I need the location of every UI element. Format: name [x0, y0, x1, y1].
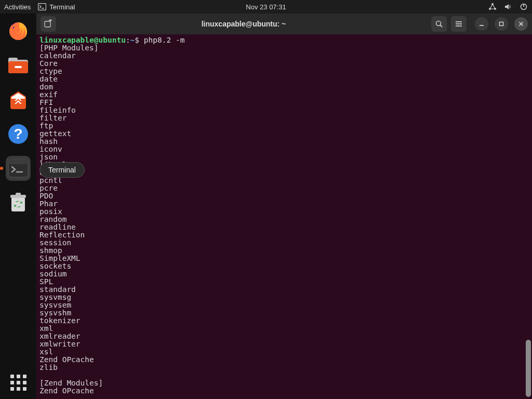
svg-rect-20	[45, 21, 50, 27]
dock-tooltip: Terminal	[39, 162, 85, 178]
output-line: Zend OPcache	[39, 356, 529, 364]
show-applications[interactable]	[9, 373, 28, 392]
new-tab-icon	[44, 19, 53, 29]
svg-rect-17	[11, 197, 25, 211]
output-line: xml	[39, 325, 529, 332]
terminal-icon	[38, 3, 46, 10]
svg-point-23	[436, 21, 441, 26]
close-icon	[518, 21, 524, 27]
svg-rect-0	[38, 4, 46, 10]
dock-software[interactable]	[6, 87, 31, 112]
output-line: calendar	[39, 52, 529, 60]
search-button[interactable]	[431, 16, 447, 32]
search-icon	[435, 20, 443, 28]
output-line: Phar	[39, 200, 529, 208]
output-line: [PHP Modules]	[39, 44, 529, 52]
output-line: json	[39, 153, 529, 161]
dock-help[interactable]: ?	[6, 122, 31, 147]
dock: ?	[0, 14, 36, 399]
output-line: exif	[39, 91, 529, 99]
output-line: iconv	[39, 145, 529, 153]
output-line: date	[39, 75, 529, 83]
dock-terminal[interactable]	[6, 156, 31, 181]
output-line: Core	[39, 60, 529, 68]
output-line: pcre	[39, 184, 529, 192]
output-line: pcntl	[39, 177, 529, 184]
terminal-window: linuxcapable@ubuntu: ~ linuxcapable@ubun…	[36, 14, 532, 399]
output-line: zlib	[39, 364, 529, 371]
output-line: sysvshm	[39, 309, 529, 317]
output-line: filter	[39, 114, 529, 122]
output-line: SimpleXML	[39, 255, 529, 262]
window-maximize[interactable]	[495, 17, 508, 31]
output-line: readline	[39, 223, 529, 231]
files-icon	[7, 56, 29, 75]
activities-button[interactable]: Activities	[4, 3, 31, 11]
output-line: standard	[39, 286, 529, 294]
output-line: openssl	[39, 169, 529, 177]
dock-trash[interactable]	[6, 190, 31, 215]
software-icon	[7, 89, 29, 110]
window-titlebar: linuxcapable@ubuntu: ~	[36, 14, 532, 34]
power-icon[interactable]	[520, 3, 528, 11]
output-line: Reflection	[39, 231, 529, 239]
volume-icon[interactable]	[504, 3, 512, 11]
scrollbar-thumb[interactable]	[526, 340, 531, 397]
output-line: sysvmsg	[39, 294, 529, 301]
topbar-app-label: Terminal	[49, 3, 75, 11]
topbar-app-indicator[interactable]: Terminal	[38, 3, 75, 11]
output-line: libxml	[39, 161, 529, 169]
prompt-command: php8.2 -m	[144, 36, 185, 44]
output-line: posix	[39, 208, 529, 216]
output-line: dom	[39, 83, 529, 91]
svg-rect-15	[8, 159, 28, 164]
output-line: shmop	[39, 247, 529, 255]
top-bar: Activities Terminal Nov 23 07:31	[0, 0, 532, 14]
menu-button[interactable]	[451, 16, 467, 32]
trash-icon	[8, 192, 28, 214]
output-line: session	[39, 239, 529, 247]
output-line: Zend OPcache	[39, 387, 529, 395]
maximize-icon	[498, 21, 504, 27]
output-line: SPL	[39, 278, 529, 286]
output-line: tokenizer	[39, 317, 529, 325]
running-indicator	[0, 167, 3, 170]
output-line	[39, 371, 529, 379]
svg-rect-11	[15, 66, 22, 68]
dock-firefox[interactable]	[6, 19, 31, 44]
output-line: sodium	[39, 270, 529, 278]
svg-text:?: ?	[14, 126, 22, 142]
network-icon[interactable]	[488, 3, 497, 11]
output-line: random	[39, 216, 529, 223]
prompt-user-host: linuxcapable@ubuntu	[39, 36, 126, 44]
output-line: hash	[39, 138, 529, 145]
terminal-output: [PHP Modules]calendarCorectypedatedomexi…	[39, 44, 529, 395]
output-line: xmlwriter	[39, 340, 529, 348]
output-line: xmlreader	[39, 332, 529, 340]
output-line: ftp	[39, 122, 529, 130]
help-icon: ?	[7, 123, 29, 145]
output-line: sockets	[39, 262, 529, 270]
new-tab-button[interactable]	[41, 16, 56, 32]
topbar-clock[interactable]: Nov 23 07:31	[246, 3, 286, 11]
output-line: PDO	[39, 192, 529, 200]
minimize-icon	[478, 21, 485, 27]
window-minimize[interactable]	[475, 17, 488, 31]
dock-files[interactable]	[6, 53, 31, 78]
firefox-icon	[8, 21, 29, 42]
output-line: FFI	[39, 99, 529, 107]
window-close[interactable]	[514, 17, 528, 31]
window-title: linuxcapable@ubuntu: ~	[60, 20, 427, 28]
svg-rect-29	[500, 22, 503, 26]
output-line: gettext	[39, 130, 529, 138]
terminal-body[interactable]: linuxcapable@ubuntu:~$ php8.2 -m [PHP Mo…	[36, 34, 532, 399]
svg-rect-19	[16, 193, 21, 195]
svg-line-24	[441, 25, 443, 28]
terminal-app-icon	[8, 159, 29, 178]
output-line: [Zend Modules]	[39, 379, 529, 387]
output-line: fileinfo	[39, 107, 529, 114]
hamburger-icon	[455, 20, 463, 28]
prompt-line: linuxcapable@ubuntu:~$ php8.2 -m	[39, 36, 529, 44]
output-line: xsl	[39, 348, 529, 356]
output-line: sysvsem	[39, 301, 529, 309]
